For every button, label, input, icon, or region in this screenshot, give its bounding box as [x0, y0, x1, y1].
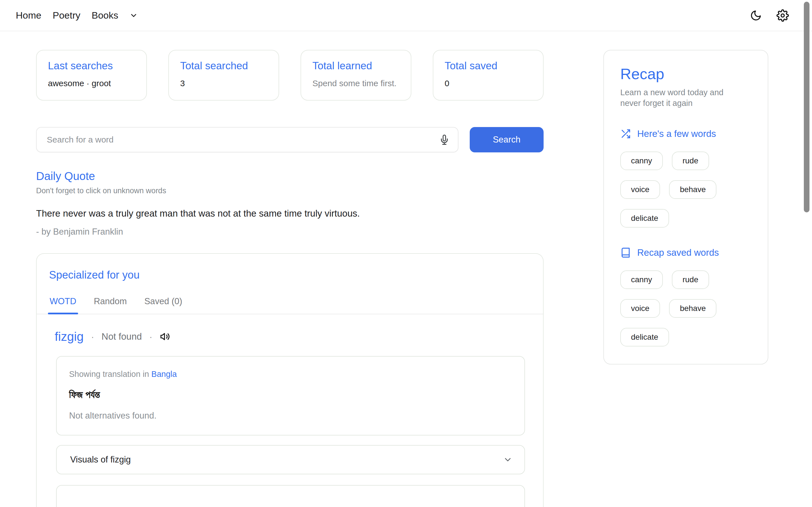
vertical-scrollbar[interactable] — [804, 2, 809, 212]
daily-quote-title: Daily Quote — [36, 170, 544, 182]
stats-row: Last searches awesome · groot Total sear… — [36, 50, 544, 101]
word-chip[interactable]: canny — [620, 270, 663, 289]
top-navigation: Home Poetry Books — [0, 0, 812, 31]
chevron-down-icon — [503, 455, 513, 464]
stat-card-total-learned: Total learned Spend some time first. — [301, 50, 411, 101]
daily-quote-text[interactable]: There never was a truly great man that w… — [36, 208, 544, 219]
specialized-card: Specialized for you WOTD Random Saved (0… — [36, 253, 544, 507]
word-chip[interactable]: delicate — [620, 209, 669, 228]
translation-prefix: Showing translation in — [69, 370, 149, 379]
nav-item-books[interactable]: Books — [92, 10, 118, 21]
translation-box: Showing translation in Bangla ফিজ পর্যন্… — [56, 356, 525, 436]
recap-subtitle: Learn a new word today and never forget … — [620, 87, 742, 109]
recap-title: Recap — [620, 65, 751, 82]
gear-icon[interactable] — [776, 9, 789, 22]
tab-bar: WOTD Random Saved (0) — [37, 296, 543, 314]
recap-card: Recap Learn a new word today and never f… — [603, 50, 768, 364]
speaker-icon[interactable] — [160, 331, 170, 342]
tab-wotd[interactable]: WOTD — [50, 296, 77, 314]
mic-icon[interactable] — [439, 135, 449, 145]
stat-title: Total saved — [445, 60, 532, 72]
stat-value: awesome · groot — [48, 78, 135, 88]
chevron-down-icon[interactable] — [130, 11, 138, 20]
few-words-chips: canny rude voice behave delicate — [620, 152, 751, 228]
word-chip[interactable]: voice — [620, 180, 660, 199]
search-box — [36, 127, 458, 152]
daily-quote-section: Daily Quote Don't forget to click on unk… — [36, 170, 544, 237]
stat-value: 0 — [445, 78, 532, 88]
translation-language-link[interactable]: Bangla — [151, 370, 177, 379]
tab-saved[interactable]: Saved (0) — [144, 296, 182, 314]
nav-links: Home Poetry Books — [16, 10, 138, 21]
tab-random[interactable]: Random — [94, 296, 127, 314]
word-status: Not found — [101, 331, 142, 342]
word-chip[interactable]: delicate — [620, 328, 669, 346]
recap-saved-words-label: Recap saved words — [637, 247, 719, 258]
search-input[interactable] — [47, 135, 439, 145]
specialized-title: Specialized for you — [49, 269, 543, 281]
word-chip[interactable]: behave — [669, 299, 716, 318]
word-row: fizgig · Not found · — [55, 330, 543, 344]
daily-quote-subtitle: Don't forget to click on unknown words — [36, 186, 544, 195]
word-chip[interactable]: rude — [672, 270, 709, 289]
word-of-the-day[interactable]: fizgig — [55, 330, 84, 344]
stat-card-last-searches: Last searches awesome · groot — [36, 50, 147, 101]
dot-separator: · — [91, 331, 94, 342]
stat-title: Total searched — [180, 60, 267, 72]
visuals-label: Visuals of fizgig — [70, 455, 131, 465]
stat-title: Last searches — [48, 60, 135, 72]
translation-text: ফিজ পর্যন্ত — [69, 389, 512, 400]
nav-item-home[interactable]: Home — [16, 10, 42, 21]
shuffle-icon — [620, 128, 631, 139]
moon-icon[interactable] — [750, 10, 762, 21]
nav-item-poetry[interactable]: Poetry — [53, 10, 80, 21]
daily-quote-author: - by Benjamin Franklin — [36, 227, 544, 237]
stat-value: 3 — [180, 78, 267, 88]
word-chip[interactable]: voice — [620, 299, 660, 318]
translation-alternatives: Not alternatives found. — [69, 411, 512, 421]
dictionary-source-box: The Century Dictionary. — [56, 485, 525, 507]
book-icon — [620, 247, 631, 258]
dot-separator: · — [149, 331, 152, 342]
translation-caption: Showing translation in Bangla — [69, 370, 512, 379]
stat-value: Spend some time first. — [312, 78, 400, 88]
stat-card-total-saved: Total saved 0 — [433, 50, 544, 101]
search-button[interactable]: Search — [470, 127, 544, 152]
saved-words-chips: canny rude voice behave delicate — [620, 270, 751, 346]
visuals-expander[interactable]: Visuals of fizgig — [56, 445, 525, 474]
stat-title: Total learned — [312, 60, 400, 72]
stat-card-total-searched: Total searched 3 — [168, 50, 279, 101]
word-chip[interactable]: behave — [669, 180, 716, 199]
recap-saved-words-link[interactable]: Recap saved words — [620, 247, 751, 258]
heres-a-few-words-link[interactable]: Here's a few words — [620, 128, 751, 139]
word-chip[interactable]: canny — [620, 152, 663, 170]
heres-a-few-words-label: Here's a few words — [637, 128, 716, 139]
search-row: Search — [36, 127, 544, 152]
word-chip[interactable]: rude — [672, 152, 709, 170]
